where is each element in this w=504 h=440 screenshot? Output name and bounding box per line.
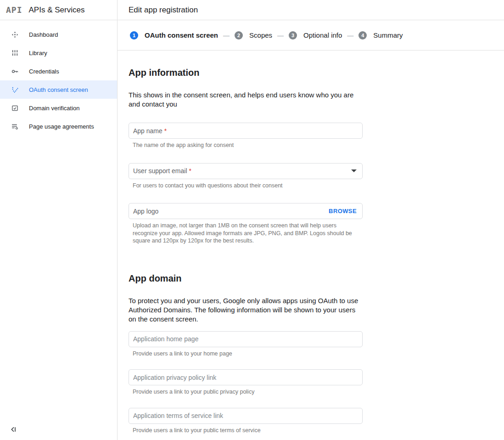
dashboard-icon bbox=[11, 31, 19, 39]
domain-verification-icon bbox=[11, 104, 19, 112]
step-number-badge: 4 bbox=[358, 31, 367, 39]
sidebar-item-page-usage-agreements[interactable]: Page usage agreements bbox=[0, 117, 117, 135]
sidebar-header: API APIs & Services bbox=[0, 0, 117, 20]
app-logo-label: App logo bbox=[133, 208, 158, 215]
sidebar-item-library[interactable]: Library bbox=[0, 44, 117, 62]
step-number-badge: 3 bbox=[289, 31, 297, 39]
app-domain-description: To protect you and your users, Google on… bbox=[129, 296, 364, 324]
application-terms-of-service-input[interactable] bbox=[129, 408, 363, 424]
application-home-page-input[interactable] bbox=[129, 331, 363, 347]
application-privacy-policy-input[interactable] bbox=[129, 369, 363, 385]
step-separator: — bbox=[223, 32, 230, 39]
step-label: Scopes bbox=[249, 31, 272, 39]
home-page-helper: Provide users a link to your home page bbox=[133, 350, 357, 358]
step-label: Summary bbox=[373, 31, 403, 39]
sidebar-item-oauth-consent-screen[interactable]: OAuth consent screen bbox=[0, 80, 117, 99]
user-support-email-select[interactable]: User support email * bbox=[129, 163, 363, 179]
step-number-badge: 1 bbox=[130, 31, 138, 39]
oauth-consent-icon bbox=[11, 86, 19, 94]
sidebar-nav: Dashboard Library Credentials bbox=[0, 20, 117, 135]
step-optional-info[interactable]: 3 Optional info bbox=[289, 31, 342, 39]
page-title: Edit app registration bbox=[129, 6, 198, 15]
sidebar-item-label: Dashboard bbox=[29, 31, 58, 38]
sidebar-item-credentials[interactable]: Credentials bbox=[0, 62, 117, 80]
sidebar-item-label: Page usage agreements bbox=[29, 123, 94, 130]
step-separator: — bbox=[277, 32, 284, 39]
api-logo: API bbox=[6, 5, 22, 15]
user-support-email-label: User support email bbox=[133, 167, 187, 175]
app-name-helper: The name of the app asking for consent bbox=[133, 141, 357, 149]
sidebar-item-label: Credentials bbox=[29, 68, 59, 75]
browse-button[interactable]: BROWSE bbox=[329, 208, 357, 214]
step-summary[interactable]: 4 Summary bbox=[358, 31, 403, 39]
sidebar-item-label: Library bbox=[29, 50, 47, 56]
sidebar-item-label: OAuth consent screen bbox=[29, 86, 88, 93]
app-domain-heading: App domain bbox=[129, 273, 504, 284]
step-label: OAuth consent screen bbox=[145, 31, 218, 39]
page-header: Edit app registration bbox=[118, 0, 504, 20]
library-icon bbox=[11, 49, 19, 57]
page-usage-agreements-icon bbox=[11, 123, 19, 130]
key-icon bbox=[11, 68, 19, 75]
step-scopes[interactable]: 2 Scopes bbox=[235, 31, 272, 39]
user-support-email-helper: For users to contact you with questions … bbox=[133, 182, 357, 190]
required-marker: * bbox=[189, 167, 191, 175]
privacy-policy-helper: Provide users a link to your public priv… bbox=[133, 388, 357, 396]
terms-of-service-helper: Provide users a link to your public term… bbox=[133, 427, 357, 434]
dropdown-caret-icon[interactable] bbox=[351, 169, 357, 172]
app-logo-helper: Upload an image, not larger than 1MB on … bbox=[133, 222, 357, 245]
app-information-description: This shows in the consent screen, and he… bbox=[129, 90, 358, 109]
step-separator: — bbox=[347, 32, 353, 39]
sidebar-item-label: Domain verification bbox=[29, 105, 80, 112]
app-information-heading: App information bbox=[129, 68, 504, 78]
step-label: Optional info bbox=[303, 31, 342, 39]
required-marker: * bbox=[164, 127, 167, 135]
app-name-label: App name bbox=[133, 127, 162, 135]
collapse-panel-icon[interactable] bbox=[10, 426, 17, 433]
sidebar: API APIs & Services Dashboard Library bbox=[0, 0, 118, 440]
app-name-field[interactable]: App name * bbox=[129, 123, 363, 139]
form-content: App information This shows in the consen… bbox=[118, 51, 504, 440]
app-logo-field[interactable]: App logo BROWSE bbox=[129, 203, 363, 219]
product-title: APIs & Services bbox=[29, 6, 85, 15]
main-panel: Edit app registration 1 OAuth consent sc… bbox=[118, 0, 504, 440]
sidebar-item-domain-verification[interactable]: Domain verification bbox=[0, 99, 117, 117]
sidebar-item-dashboard[interactable]: Dashboard bbox=[0, 25, 117, 44]
stepper: 1 OAuth consent screen — 2 Scopes — 3 Op… bbox=[118, 20, 504, 51]
step-oauth-consent-screen[interactable]: 1 OAuth consent screen bbox=[130, 31, 218, 39]
step-number-badge: 2 bbox=[235, 31, 243, 39]
